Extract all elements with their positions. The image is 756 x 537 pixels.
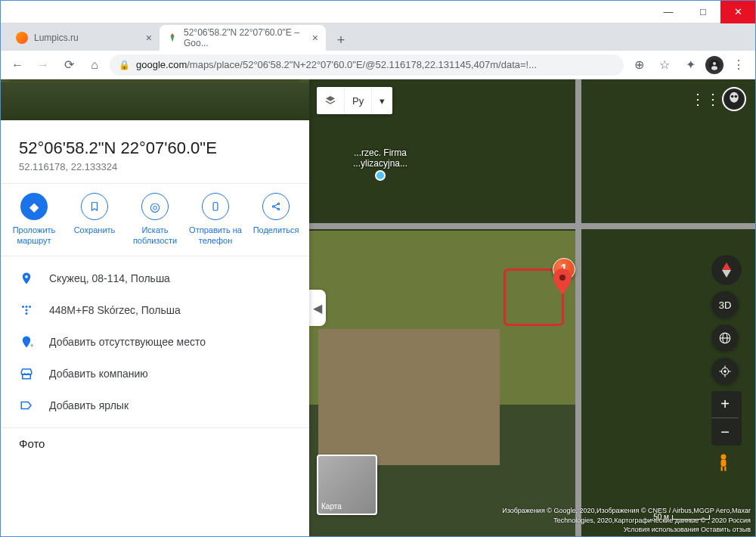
3d-button[interactable]: 3D	[711, 291, 739, 318]
add-business-icon	[19, 367, 34, 380]
add-missing-place-item[interactable]: + Добавить отсутствующее место	[1, 326, 309, 358]
svg-point-2	[711, 66, 717, 70]
svg-point-21	[731, 95, 734, 98]
pluscode-text: 448M+F8 Skórzec, Польша	[49, 304, 181, 316]
layer-dropdown[interactable]: ▾	[372, 87, 392, 114]
compass-icon[interactable]	[711, 255, 742, 285]
save-button[interactable]: Сохранить	[64, 193, 125, 247]
label-icon	[19, 399, 34, 412]
map-right-controls: 3D + −	[711, 255, 742, 476]
minimize-button[interactable]: —	[651, 1, 686, 23]
svg-point-16	[26, 312, 28, 315]
svg-point-13	[26, 306, 28, 308]
back-button[interactable]: ←	[7, 54, 28, 76]
poi-label[interactable]: ...rzec. Firma ...ylizacyjna...	[353, 147, 407, 181]
zoom-in-button[interactable]: +	[711, 391, 739, 418]
search-nearby-button[interactable]: ◎ Искать поблизости	[125, 193, 185, 247]
add-business-text: Добавить компанию	[49, 368, 148, 380]
new-tab-button[interactable]: +	[330, 29, 352, 51]
close-tab-icon[interactable]: ×	[312, 32, 318, 44]
home-button[interactable]: ⌂	[84, 54, 105, 76]
svg-point-15	[26, 309, 28, 311]
close-tab-icon[interactable]: ×	[146, 32, 152, 44]
forward-button[interactable]: →	[33, 54, 54, 76]
zoom-out-button[interactable]: −	[711, 418, 739, 445]
address-item[interactable]: Скужец, 08-114, Польша	[1, 262, 309, 294]
add-missing-text: Добавить отсутствующее место	[49, 336, 206, 348]
language-button[interactable]: Ру	[345, 87, 372, 114]
extensions-icon[interactable]: ✦	[680, 54, 701, 76]
my-location-button[interactable]	[711, 358, 739, 385]
svg-point-11	[25, 275, 28, 278]
pin-icon	[19, 272, 34, 285]
svg-text:+: +	[30, 341, 34, 349]
address-text: Скужец, 08-114, Польша	[49, 272, 170, 284]
close-window-button[interactable]: ✕	[720, 1, 755, 23]
directions-button[interactable]: ◆ Проложить маршрут	[4, 193, 64, 247]
send-to-phone-button[interactable]: Отправить на телефон	[185, 193, 246, 247]
add-place-icon: +	[19, 335, 34, 349]
svg-point-23	[559, 275, 565, 281]
map-top-right: ⋮⋮⋮	[690, 87, 746, 111]
place-title: 52°06'58.2"N 22°07'60.0"E	[19, 138, 291, 158]
zoom-controls: + −	[711, 391, 742, 445]
google-apps-icon[interactable]: ⋮⋮⋮	[690, 90, 708, 108]
svg-rect-36	[724, 467, 726, 471]
place-coordinates: 52.116178, 22.133324	[19, 161, 291, 172]
add-business-item[interactable]: Добавить компанию	[1, 358, 309, 390]
tab-lumpics[interactable]: Lumpics.ru ×	[8, 25, 160, 51]
svg-rect-35	[721, 467, 723, 471]
chrome-menu-icon[interactable]: ⋮	[728, 54, 749, 76]
add-label-item[interactable]: Добавить ярлык	[1, 390, 309, 421]
share-icon	[262, 193, 290, 220]
location-pin[interactable]	[553, 268, 572, 294]
collapse-sidebar-button[interactable]: ◀	[309, 290, 326, 326]
layers-button[interactable]	[317, 87, 345, 114]
svg-point-1	[713, 62, 716, 65]
svg-point-28	[724, 371, 726, 372]
nearby-icon: ◎	[141, 193, 169, 220]
svg-point-20	[730, 92, 739, 103]
tab-title: Lumpics.ru	[34, 33, 79, 43]
favicon-icon	[167, 32, 178, 44]
lock-icon: 🔒	[119, 60, 130, 70]
pluscode-icon	[19, 303, 34, 317]
svg-point-22	[735, 95, 738, 98]
globe-button[interactable]	[711, 324, 739, 352]
address-bar: ← → ⟳ ⌂ 🔒 google.com/maps/place/52°06'58…	[1, 51, 755, 79]
svg-point-14	[29, 306, 31, 308]
pegman-icon[interactable]	[711, 452, 736, 476]
zoom-indicator-icon[interactable]: ⊕	[628, 54, 649, 76]
maximize-button[interactable]: □	[686, 1, 720, 23]
info-list: Скужец, 08-114, Польша 448M+F8 Skórzec, …	[1, 256, 309, 427]
svg-rect-34	[721, 460, 727, 467]
share-button[interactable]: Поделиться	[246, 193, 306, 247]
add-label-text: Добавить ярлык	[49, 399, 129, 411]
action-row: ◆ Проложить маршрут Сохранить ◎ Искать п…	[1, 184, 309, 256]
svg-point-33	[721, 455, 727, 460]
minimap-toggle[interactable]: Карта	[317, 455, 377, 515]
svg-point-12	[22, 306, 24, 308]
place-header: 52°06'58.2"N 22°07'60.0"E 52.116178, 22.…	[1, 125, 309, 183]
bookmark-icon	[81, 193, 108, 220]
account-avatar[interactable]	[722, 87, 746, 111]
tab-strip: Lumpics.ru × 52°06'58.2"N 22°07'60.0"E –…	[1, 23, 755, 51]
svg-point-8	[277, 208, 279, 210]
svg-point-7	[277, 203, 279, 204]
tab-title: 52°06'58.2"N 22°07'60.0"E – Goo...	[184, 27, 306, 48]
pluscode-item[interactable]: 448M+F8 Skórzec, Польша	[1, 294, 309, 326]
favicon-icon	[16, 32, 28, 44]
url-field[interactable]: 🔒 google.com/maps/place/52°06'58.2"N+22°…	[110, 54, 624, 76]
svg-rect-5	[213, 203, 218, 211]
profile-avatar[interactable]	[705, 56, 723, 74]
tab-google-maps[interactable]: 52°06'58.2"N 22°07'60.0"E – Goo... ×	[160, 25, 326, 51]
map-layer-controls: Ру ▾	[317, 87, 392, 114]
poi-pin-icon	[375, 170, 386, 181]
bookmark-icon[interactable]: ☆	[654, 54, 675, 76]
svg-line-9	[274, 204, 278, 206]
place-sidebar: ☰ ✕ 52°06'58.2"N 22°07'60.0"E 52.116178,…	[1, 79, 309, 536]
map-attribution: Изображения © Google, 2020,Изображения ©…	[311, 504, 755, 536]
svg-point-6	[272, 206, 274, 207]
photo-section-title: Фото	[1, 428, 309, 453]
reload-button[interactable]: ⟳	[58, 54, 79, 76]
